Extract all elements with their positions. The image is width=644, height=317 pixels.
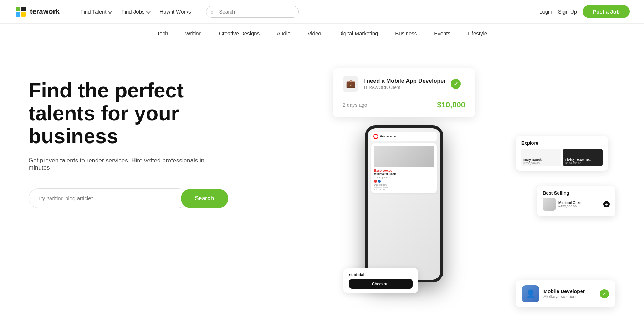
explore-item-grey-couch: Grey Couch ₦250,000.00 — [521, 149, 561, 166]
signup-link[interactable]: Sign Up — [558, 9, 577, 15]
developer-company: Alofkeys solution — [543, 294, 585, 299]
navbar-search-box: ⌕ — [206, 6, 299, 18]
checkout-button[interactable]: Checkout — [349, 279, 413, 289]
bestselling-card: Best Selling Minimal Chair ₦150,000.00 + — [537, 186, 615, 216]
briefcase-icon: 💼 — [346, 79, 356, 89]
developer-card: 👤 Mobile Developer Alofkeys solution ✓ — [516, 280, 615, 307]
phone-product-card: ₦150,000.00 Minimalist Chair Color optio… — [371, 143, 437, 193]
find-jobs-link[interactable]: Find Jobs — [118, 6, 153, 17]
svg-rect-2 — [21, 7, 26, 11]
job-card-title: I need a Mobile App Developer — [363, 78, 446, 84]
bestselling-item: Minimal Chair ₦150,000.00 + — [543, 198, 610, 211]
search-icon: ⌕ — [210, 9, 213, 15]
nav-links: Find Talent Find Jobs How it Works — [77, 6, 194, 17]
category-item-events[interactable]: Events — [434, 30, 450, 36]
find-talent-link[interactable]: Find Talent — [77, 6, 115, 17]
bestselling-thumb — [543, 198, 556, 211]
hero-left: Find the perfect talents for your busine… — [29, 65, 322, 208]
category-item-digital-marketing[interactable]: Digital Marketing — [338, 30, 378, 36]
logo-text: terawork — [30, 7, 60, 16]
job-verified-icon: ✓ — [451, 79, 461, 89]
developer-name: Mobile Developer — [543, 288, 585, 294]
nav-auth: Login Sign Up Post a Job — [539, 5, 630, 18]
add-to-cart-icon[interactable]: + — [603, 201, 610, 207]
category-item-lifestyle[interactable]: Lifestyle — [467, 30, 487, 36]
svg-rect-1 — [16, 7, 20, 11]
category-item-writing[interactable]: Writing — [185, 30, 202, 36]
checkout-subtotal-label: subtotal — [349, 272, 413, 277]
job-time: 2 days ago — [343, 102, 367, 108]
find-jobs-chevron-icon — [146, 9, 151, 14]
checkout-card: subtotal Checkout — [343, 268, 418, 293]
hero-search-input[interactable] — [29, 188, 188, 208]
developer-verified-icon: ✓ — [600, 289, 609, 298]
bestselling-title: Best Selling — [543, 190, 610, 196]
logo[interactable]: terawork — [14, 5, 60, 18]
hero-right: 💼 I need a Mobile App Developer TERAWORK… — [322, 65, 615, 315]
job-card-client: TERAWORK Client — [363, 85, 446, 90]
logo-icon — [14, 5, 27, 18]
category-item-video[interactable]: Video — [308, 30, 321, 36]
job-price: $10,000 — [437, 100, 465, 110]
developer-avatar: 👤 — [522, 285, 539, 302]
hero-search-row: Search — [29, 188, 228, 208]
post-job-button[interactable]: Post a Job — [583, 5, 630, 18]
hero-search-button[interactable]: Search — [181, 189, 228, 208]
login-link[interactable]: Login — [539, 9, 552, 15]
phone-mockup: ₦150,000.00 ₦150,000.00 Minimalist Chair… — [365, 125, 443, 282]
explore-card: Explore Grey Couch ₦250,000.00 Living Ro… — [516, 136, 608, 171]
category-item-creative-designs[interactable]: Creative Designs — [219, 30, 260, 36]
explore-item-living-room: Living Room Co. ₦150,000.00 — [563, 149, 603, 166]
explore-title: Explore — [521, 140, 603, 146]
hero-heading: Find the perfect talents for your busine… — [29, 79, 322, 147]
category-bar: TechWritingCreative DesignsAudioVideoDig… — [0, 24, 644, 43]
how-it-works-link[interactable]: How it Works — [156, 6, 195, 17]
navbar: terawork Find Talent Find Jobs How it Wo… — [0, 0, 644, 24]
svg-rect-3 — [16, 12, 20, 17]
hero-section: Find the perfect talents for your busine… — [0, 43, 644, 315]
navbar-search-input[interactable] — [206, 6, 299, 18]
svg-rect-4 — [21, 12, 26, 17]
find-talent-chevron-icon — [108, 9, 113, 14]
job-card: 💼 I need a Mobile App Developer TERAWORK… — [333, 68, 475, 117]
hero-subtext: Get proven talents to render services. H… — [29, 157, 214, 171]
job-avatar: 💼 — [343, 76, 358, 92]
explore-grid: Grey Couch ₦250,000.00 Living Room Co. ₦… — [521, 149, 603, 166]
category-item-audio[interactable]: Audio — [277, 30, 290, 36]
category-item-business[interactable]: Business — [395, 30, 417, 36]
category-item-tech[interactable]: Tech — [157, 30, 168, 36]
job-card-info: I need a Mobile App Developer TERAWORK C… — [363, 78, 446, 90]
